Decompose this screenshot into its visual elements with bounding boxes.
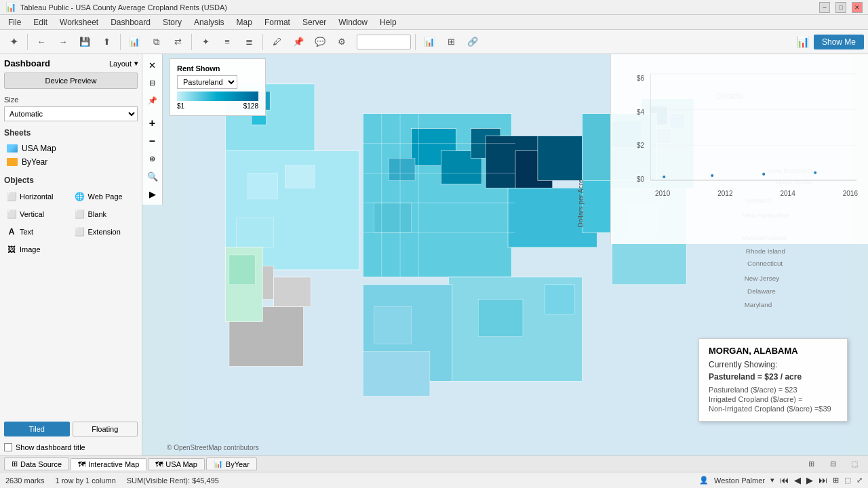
cols-button[interactable]: ≣ — [239, 33, 258, 52]
menu-story[interactable]: Story — [157, 16, 187, 28]
obj-text[interactable]: A Text — [4, 224, 70, 239]
tooltip-currently-label: Currently Showing: — [709, 360, 837, 369]
tiled-button[interactable]: Tiled — [4, 422, 70, 436]
present-button[interactable]: ⬚ — [845, 455, 864, 474]
map-play-button[interactable]: ▶ — [144, 186, 161, 202]
layout-dropdown-icon[interactable]: ▾ — [134, 60, 138, 67]
save-button[interactable]: 💾 — [75, 33, 94, 52]
se-med[interactable] — [478, 300, 523, 337]
map-pin-button[interactable]: 📌 — [144, 92, 161, 108]
obj-extension[interactable]: ⬜ Extension — [73, 224, 138, 239]
gp-med[interactable] — [389, 158, 415, 180]
maximize-button[interactable]: □ — [835, 2, 846, 13]
map-filter-button[interactable]: ⊟ — [144, 75, 161, 91]
tooltip-button[interactable]: 💬 — [311, 33, 330, 52]
obj-vertical[interactable]: ⬜ Vertical — [4, 207, 70, 222]
share-button[interactable]: 🔗 — [463, 33, 482, 52]
menu-edit[interactable]: Edit — [28, 16, 53, 28]
nav-next-button[interactable]: ▶ — [806, 475, 813, 485]
grid-view-button[interactable]: ⊟ — [823, 455, 842, 474]
nav-last-button[interactable]: ⏭ — [818, 475, 827, 485]
ca-detail[interactable] — [229, 255, 255, 285]
floating-button[interactable]: Floating — [73, 422, 138, 436]
treemap-button[interactable]: ⊞ — [441, 33, 460, 52]
annotate-button[interactable]: 📌 — [289, 33, 308, 52]
menu-file[interactable]: File — [3, 16, 26, 28]
close-button[interactable]: ✕ — [852, 2, 863, 13]
tx-south[interactable] — [363, 352, 430, 396]
tooltip-detail-2: Irrigated Cropland ($/acre) = — [709, 395, 837, 403]
tab-data-source[interactable]: ⊞ Data Source — [4, 458, 69, 470]
extension-icon: ⬜ — [75, 226, 85, 237]
legend-dropdown[interactable]: Pastureland — [177, 75, 237, 89]
dup-worksheet-button[interactable]: ⧉ — [146, 33, 165, 52]
toolbar-sep-1 — [27, 34, 28, 50]
user-dropdown-icon[interactable]: ▾ — [770, 476, 774, 485]
map-close-button[interactable]: ✕ — [144, 57, 161, 73]
layout-label: Layout — [109, 60, 132, 68]
vertical-icon: ⬜ — [6, 209, 17, 220]
obj-webpage[interactable]: 🌐 Web Page — [73, 189, 138, 204]
map-lasso-button[interactable]: ⊛ — [144, 150, 161, 167]
gp-med2[interactable] — [374, 203, 412, 232]
forward-button[interactable]: → — [54, 33, 73, 52]
expand-icon[interactable]: ⬚ — [844, 476, 851, 485]
minimize-button[interactable]: – — [819, 2, 830, 13]
menu-dashboard[interactable]: Dashboard — [105, 16, 156, 28]
y-tick-2: $2 — [637, 142, 644, 149]
tooltip-detail-1: Pastureland ($/acre) = $23 — [709, 386, 837, 394]
rows-cols: 1 row by 1 column — [55, 476, 115, 485]
menu-window[interactable]: Window — [333, 16, 373, 28]
grid-icon[interactable]: ⊞ — [833, 476, 839, 485]
menu-format[interactable]: Format — [259, 16, 296, 28]
objects-section-title: Objects — [4, 176, 138, 185]
no-data-sw2[interactable] — [274, 277, 311, 307]
highlight-button[interactable]: 🖊 — [267, 33, 286, 52]
tab-byyear[interactable]: 📊 ByYear — [206, 458, 257, 470]
corn-belt-dark2[interactable] — [538, 136, 583, 181]
device-preview-button[interactable]: Device Preview — [4, 73, 138, 89]
tab-usa-map[interactable]: 🗺 USA Map — [148, 458, 204, 470]
bar-chart-button[interactable]: 📊 — [420, 33, 439, 52]
swap-button[interactable]: ⇄ — [168, 33, 187, 52]
show-title-checkbox[interactable] — [4, 443, 12, 451]
nav-prev-button[interactable]: ◀ — [794, 475, 801, 485]
se-light[interactable] — [545, 285, 575, 314]
map-search-button[interactable]: 🔍 — [144, 168, 161, 184]
tab-usa-map-label: USA Map — [165, 460, 197, 468]
obj-horizontal[interactable]: ⬜ Horizontal — [4, 189, 70, 204]
menu-help[interactable]: Help — [374, 16, 402, 28]
rows-button[interactable]: ≡ — [218, 33, 237, 52]
search-box[interactable] — [357, 35, 411, 49]
md-label: Maryland — [745, 301, 772, 308]
menu-analysis[interactable]: Analysis — [189, 16, 230, 28]
new-worksheet-button[interactable]: 📊 — [125, 33, 144, 52]
menu-server[interactable]: Server — [297, 16, 332, 28]
obj-blank[interactable]: ⬜ Blank — [73, 207, 138, 222]
new-sheet-button[interactable]: ⊞ — [802, 455, 821, 474]
obj-image[interactable]: 🖼 Image — [4, 242, 70, 257]
sheet-item-usa-map[interactable]: USA Map — [4, 142, 138, 155]
menu-map[interactable]: Map — [231, 16, 258, 28]
publish-button[interactable]: ⬆ — [97, 33, 116, 52]
nav-first-button[interactable]: ⏮ — [780, 475, 789, 485]
data-source-icon: ⊞ — [12, 460, 18, 468]
tooltip: MORGAN, ALABAMA Currently Showing: Pastu… — [698, 338, 848, 422]
map-zoom-out-button[interactable]: – — [144, 133, 161, 149]
sum-visible-rent: SUM(Visible Rent): $45,495 — [127, 476, 219, 485]
size-select[interactable]: Automatic — [4, 106, 138, 121]
mw-light-2[interactable] — [285, 165, 315, 188]
settings-button[interactable]: ⚙ — [332, 33, 351, 52]
tab-interactive-map[interactable]: 🗺 Interactive Map — [71, 458, 146, 470]
y-tick-4: $4 — [637, 108, 644, 116]
menu-worksheet[interactable]: Worksheet — [54, 16, 104, 28]
fullscreen-icon[interactable]: ⤢ — [856, 476, 863, 485]
mw-light-1[interactable] — [248, 173, 277, 199]
mw-light-3[interactable] — [237, 218, 274, 247]
back-button[interactable]: ← — [32, 33, 51, 52]
show-me-button[interactable]: Show Me — [814, 35, 864, 49]
map-zoom-in-button[interactable]: + — [144, 115, 161, 131]
sheet-item-byyear[interactable]: ByYear — [4, 155, 138, 169]
marks-button[interactable]: ✦ — [196, 33, 215, 52]
tx-detail[interactable] — [374, 307, 412, 344]
